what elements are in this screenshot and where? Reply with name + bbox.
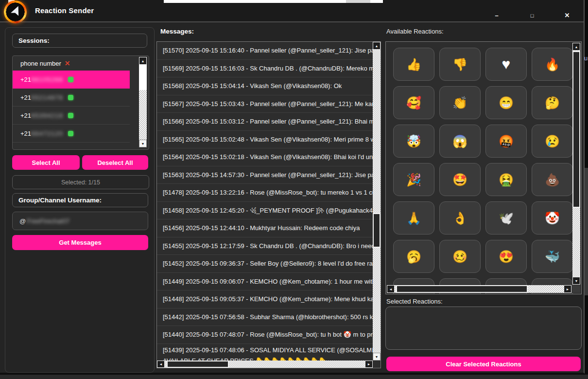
reaction-emoji-button[interactable]: 🔥 (532, 48, 573, 81)
reaction-emoji-button[interactable]: 🎉 (393, 163, 434, 196)
scroll-up-icon[interactable]: ▲ (572, 43, 580, 51)
scrollbar-thumb[interactable] (396, 285, 528, 293)
reaction-emoji-button[interactable]: 👍 (393, 48, 434, 81)
sessions-heading: Sessions: (12, 34, 147, 48)
reaction-emoji-button[interactable]: 🐳 (532, 240, 573, 273)
session-row[interactable]: +2165394218 (13, 107, 130, 125)
app-title: Reaction Sender (35, 6, 94, 15)
reaction-emoji-button[interactable]: 😍 (485, 240, 527, 273)
minimize-button[interactable]: – (491, 11, 502, 20)
session-row[interactable]: +2198105266 (13, 71, 130, 89)
selected-reactions-heading: Selected Reactions: (386, 298, 443, 305)
messages-heading: Messages: (160, 28, 194, 35)
reaction-emoji-button[interactable]: 🙏 (393, 201, 434, 235)
reactions-horizontal-scrollbar[interactable]: ◄ ► (387, 285, 571, 293)
close-button[interactable]: ✕ (562, 11, 572, 20)
scrollbar-track[interactable] (373, 50, 380, 353)
reaction-emoji-button[interactable]: ♥ (485, 48, 527, 81)
scrollbar-corner (373, 361, 380, 368)
group-username-heading: Group/Channel Username: (12, 193, 148, 207)
session-rows: +2198105266+2155214878+2165394218+216647… (13, 71, 149, 143)
sessions-scrollbar[interactable]: ▲ ▼ (139, 57, 147, 147)
scroll-down-icon[interactable]: ▼ (572, 277, 580, 285)
reaction-emoji-button[interactable]: 🤯 (393, 125, 434, 158)
reaction-emoji-button[interactable]: 🤔 (532, 86, 573, 119)
messages-horizontal-scrollbar[interactable]: ◄ ► (157, 361, 373, 368)
message-row[interactable]: [51439] 2025-09-15 07:48:06 - SOSAL MIDI… (157, 344, 373, 361)
sessions-panel: Sessions: phone number ✕ +2198105266+215… (5, 27, 155, 373)
reaction-emoji-button[interactable]: 🥰 (393, 86, 434, 119)
reaction-emoji-button[interactable]: 🤩 (439, 163, 481, 196)
message-row[interactable]: [51569] 2025-09-15 15:16:03 - Sk Chandru… (157, 60, 373, 78)
reaction-emoji-button[interactable]: 😢 (532, 125, 573, 158)
reaction-emoji-button[interactable]: 🕊️ (485, 201, 527, 235)
message-row[interactable]: [51440] 2025-09-15 07:48:07 - Rose (@Mis… (157, 326, 373, 344)
reaction-emoji-button[interactable]: 👎 (439, 48, 481, 81)
get-messages-button[interactable]: Get Messages (12, 235, 148, 250)
phone-masked: 55214878 (31, 94, 63, 101)
messages-list: [51570] 2025-09-15 15:16:40 - Pannel sel… (157, 42, 373, 361)
message-row[interactable]: [51449] 2025-09-15 09:06:07 - KEMCHO (@K… (157, 273, 373, 291)
scroll-down-icon[interactable]: ▼ (373, 353, 380, 361)
scroll-up-icon[interactable]: ▲ (373, 42, 380, 50)
deselect-all-button[interactable]: Deselect All (82, 155, 148, 170)
app-window: Reaction Sender – □ ✕ Sessions: phone nu… (0, 0, 585, 374)
reaction-emoji-button[interactable]: 👏 (439, 86, 481, 119)
scrollbar-corner (572, 285, 580, 293)
scroll-down-icon[interactable]: ▼ (139, 140, 147, 147)
maximize-button[interactable]: □ (527, 11, 537, 20)
message-row[interactable]: [51565] 2025-09-15 15:02:48 - Vikash Sen… (157, 131, 373, 149)
group-username-input[interactable]: @ FreeFirechat07 (12, 212, 148, 230)
message-row[interactable]: [51458] 2025-09-15 12:45:20 - ꧁_PEYMENT … (157, 202, 373, 220)
message-row[interactable]: [51564] 2025-09-15 15:02:18 - Vikash Sen… (157, 148, 373, 166)
message-row[interactable]: [51455] 2025-09-15 12:17:59 - Sk Chandru… (157, 237, 373, 255)
session-list-header-label: phone number (20, 60, 61, 67)
reaction-emoji-button[interactable]: 🤬 (485, 125, 527, 158)
messages-vertical-scrollbar[interactable]: ▲ ▼ (373, 42, 380, 361)
scroll-up-icon[interactable]: ▲ (139, 57, 147, 65)
reaction-emoji-button[interactable]: 🥱 (393, 240, 434, 273)
online-status-icon (68, 77, 73, 82)
group-username-masked: FreeFirechat07 (27, 217, 69, 225)
remove-session-icon[interactable]: ✕ (65, 59, 70, 67)
reaction-emoji-button[interactable]: 🤡 (532, 201, 573, 235)
reactions-vertical-scrollbar[interactable]: ▲ ▼ (572, 43, 580, 285)
reaction-emoji-button[interactable]: 🥴 (439, 240, 481, 273)
background-window-strip (164, 0, 383, 3)
message-row[interactable]: [51567] 2025-09-15 15:03:43 - Pannel sel… (157, 95, 373, 113)
message-row[interactable]: [51568] 2025-09-15 15:04:14 - Vikash Sen… (157, 77, 373, 95)
phone-prefix: +21 (20, 94, 31, 101)
message-row[interactable]: [51442] 2025-09-15 07:56:58 - Subhar Sha… (157, 308, 373, 326)
scrollbar-thumb[interactable] (572, 51, 580, 208)
scroll-right-icon[interactable]: ► (564, 285, 571, 293)
scroll-left-icon[interactable]: ◄ (157, 361, 165, 368)
scroll-left-icon[interactable]: ◄ (387, 285, 395, 293)
message-row[interactable]: [51456] 2025-09-15 12:44:10 - Mukhtyar H… (157, 219, 373, 237)
background-window-edge (585, 168, 588, 295)
session-list-header: phone number ✕ (13, 56, 149, 71)
session-row[interactable]: +2155214878 (13, 89, 130, 107)
scrollbar-thumb[interactable] (373, 213, 380, 248)
message-row[interactable]: [51478] 2025-09-15 13:22:16 - Rose (@Mis… (157, 184, 373, 202)
reaction-emoji-button[interactable]: 💩 (532, 163, 573, 196)
scrollbar-thumb[interactable] (139, 65, 147, 90)
reaction-emoji-button[interactable]: 😱 (439, 125, 481, 158)
message-row[interactable]: [51563] 2025-09-15 14:57:30 - Pannel sel… (157, 166, 373, 184)
phone-masked: 65394218 (31, 112, 63, 119)
available-reactions-panel: 👍👎♥🔥🥰👏😁🤔🤯😱🤬😢🎉🤩🤮💩🙏👌🕊️🤡🥱🥴😍🐳 ▲ ▼ ◄ ► (385, 41, 582, 294)
message-row[interactable]: [51452] 2025-09-15 09:36:37 - Seller Boy… (157, 255, 373, 273)
phone-masked: 66472120 (31, 130, 63, 137)
scrollbar-thumb[interactable] (167, 361, 229, 368)
message-row[interactable]: [51566] 2025-09-15 15:03:12 - Pannel sel… (157, 113, 373, 131)
reaction-emoji-button[interactable]: 👌 (439, 201, 481, 235)
background-taskbar-strip (0, 375, 588, 379)
clear-selected-reactions-button[interactable]: Clear Selected Reactions (386, 357, 581, 371)
reaction-emoji-button[interactable]: 🤮 (485, 163, 527, 196)
select-all-button[interactable]: Select All (12, 155, 80, 170)
message-row[interactable]: [51448] 2025-09-15 09:05:37 - KEMCHO (@K… (157, 290, 373, 308)
phone-masked: 98105266 (31, 76, 63, 83)
scroll-right-icon[interactable]: ► (365, 361, 373, 368)
message-row[interactable]: [51570] 2025-09-15 15:16:40 - Pannel sel… (157, 42, 373, 60)
reaction-emoji-button[interactable]: 😁 (485, 86, 527, 119)
session-row[interactable]: +2166472120 (13, 125, 130, 143)
